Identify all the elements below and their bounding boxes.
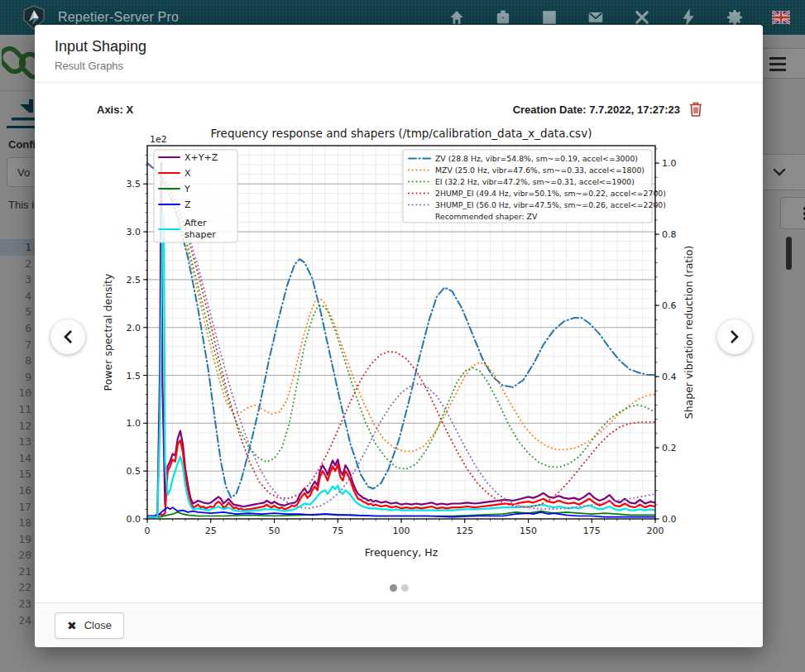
carousel-dot[interactable]: [390, 584, 397, 592]
uk-flag-icon[interactable]: [772, 8, 790, 26]
svg-text:Frequency response and shapers: Frequency response and shapers (/tmp/cal…: [211, 127, 592, 140]
svg-text:ZV (28.8 Hz, vibr=54.8%, sm~=0: ZV (28.8 Hz, vibr=54.8%, sm~=0.19, accel…: [435, 154, 638, 163]
svg-text:175: 175: [583, 526, 601, 536]
svg-text:0.0: 0.0: [127, 514, 141, 525]
home-icon[interactable]: [448, 8, 466, 26]
svg-text:25: 25: [205, 526, 217, 536]
screen: Repetier-Server Pro: [0, 0, 805, 672]
svg-text:1e2: 1e2: [150, 134, 167, 145]
svg-text:125: 125: [456, 526, 473, 536]
power-icon[interactable]: [679, 8, 697, 26]
svg-text:0.2: 0.2: [662, 443, 677, 454]
carousel-pagination: [35, 584, 763, 592]
svg-text:1.5: 1.5: [127, 371, 141, 382]
dialog-footer: ✖ Close: [35, 602, 763, 647]
next-graph-button[interactable]: [717, 319, 752, 354]
creation-date-label: Creation Date: 7.7.2022, 17:27:23: [513, 103, 680, 116]
svg-text:Shaper vibration reduction (ra: Shaper vibration reduction (ratio): [683, 246, 695, 420]
dialog-subtitle: Result Graphs: [55, 60, 743, 72]
svg-text:X+Y+Z: X+Y+Z: [184, 152, 218, 163]
svg-text:200: 200: [647, 526, 664, 536]
carousel-dot[interactable]: [401, 584, 409, 592]
close-x-icon: ✖: [67, 619, 77, 632]
svg-text:After: After: [184, 218, 207, 228]
svg-text:3.5: 3.5: [127, 179, 141, 190]
svg-text:shaper: shaper: [184, 229, 216, 240]
svg-text:50: 50: [269, 526, 280, 536]
svg-text:0.0: 0.0: [662, 514, 677, 525]
svg-text:1.0: 1.0: [662, 158, 677, 169]
queue-icon[interactable]: [540, 8, 558, 26]
delete-trash-icon[interactable]: [688, 101, 703, 118]
svg-text:0: 0: [145, 526, 151, 536]
app-title: Repetier-Server Pro: [58, 10, 179, 25]
svg-text:Recommended shaper: ZV: Recommended shaper: ZV: [435, 212, 538, 221]
svg-text:0.8: 0.8: [662, 229, 677, 240]
svg-text:3.0: 3.0: [127, 227, 141, 238]
svg-text:100: 100: [393, 526, 410, 536]
svg-text:150: 150: [520, 526, 537, 536]
svg-text:3HUMP_EI (56.0 Hz, vibr=47.5%,: 3HUMP_EI (56.0 Hz, vibr=47.5%, sm~=0.26,…: [435, 200, 666, 209]
svg-text:0.5: 0.5: [127, 466, 141, 477]
svg-text:X: X: [184, 168, 191, 179]
printer-icon[interactable]: [494, 8, 512, 26]
chevron-right-icon: [730, 329, 740, 344]
svg-text:2.0: 2.0: [127, 323, 141, 334]
svg-text:Z: Z: [184, 199, 191, 210]
close-button[interactable]: ✖ Close: [55, 612, 124, 639]
svg-text:EI (32.2 Hz, vibr=47.2%, sm~=0: EI (32.2 Hz, vibr=47.2%, sm~=0.31, accel…: [435, 177, 635, 186]
svg-text:2HUMP_EI (49.4 Hz, vibr=50.1%,: 2HUMP_EI (49.4 Hz, vibr=50.1%, sm~=0.22,…: [435, 189, 666, 198]
axis-label: Axis: X: [97, 103, 133, 116]
messages-icon[interactable]: [587, 8, 605, 26]
svg-text:Y: Y: [184, 184, 190, 194]
svg-text:Frequency, Hz: Frequency, Hz: [365, 546, 438, 559]
dialog-header: Input Shaping Result Graphs: [35, 25, 763, 83]
result-chart: 02550751001251501752000.00.51.01.52.02.5…: [95, 122, 706, 577]
chevron-left-icon: [63, 329, 73, 344]
settings-icon[interactable]: [726, 8, 744, 26]
prev-graph-button[interactable]: [50, 319, 85, 354]
svg-text:0.6: 0.6: [662, 300, 677, 311]
svg-text:75: 75: [332, 526, 343, 536]
svg-text:MZV (25.0 Hz, vibr=47.6%, sm~=: MZV (25.0 Hz, vibr=47.6%, sm~=0.33, acce…: [435, 166, 644, 175]
input-shaping-dialog: Input Shaping Result Graphs Axis: X Crea…: [35, 25, 763, 647]
tools-icon[interactable]: [633, 8, 651, 26]
dialog-title: Input Shaping: [55, 38, 743, 55]
svg-text:0.4: 0.4: [662, 372, 677, 382]
svg-text:Power spectral density: Power spectral density: [102, 273, 114, 391]
axis-info-row: Axis: X Creation Date: 7.7.2022, 17:27:2…: [97, 101, 703, 118]
svg-text:2.5: 2.5: [127, 275, 141, 286]
svg-text:1.0: 1.0: [127, 418, 141, 429]
